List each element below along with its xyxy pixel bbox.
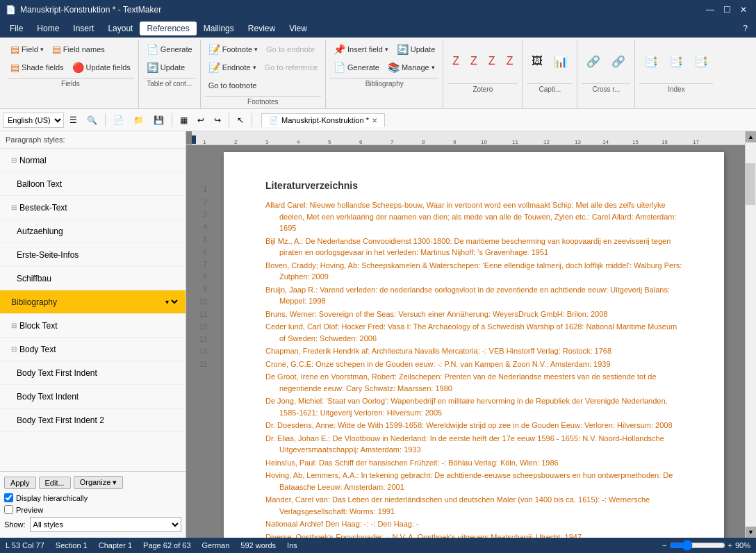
bib-entry-14: Hoving, Ab, Lemmers, A.A.: In tekening g… <box>265 470 682 493</box>
caption-btn-1[interactable]: 🖼 <box>527 42 548 81</box>
bibliography-group-label: Bibliography <box>330 78 438 89</box>
update-bib-button[interactable]: 🔄 Update <box>393 42 438 57</box>
index-btn-2[interactable]: 📑 <box>664 42 688 81</box>
scroll-down-btn[interactable]: ▼ <box>746 527 756 538</box>
menu-file[interactable]: File <box>3 22 30 35</box>
list-icon[interactable]: ☰ <box>65 113 81 128</box>
update-toc-button[interactable]: 🔄 Update <box>143 60 188 75</box>
preview-checkbox[interactable] <box>4 505 13 514</box>
cursor-icon[interactable]: ↖ <box>233 113 248 128</box>
organize-button[interactable]: Organize ▾ <box>74 476 124 489</box>
show-select[interactable]: All styles <box>30 517 181 532</box>
style-aufzaehlung[interactable]: Aufzaehlung <box>0 220 186 243</box>
line-num-12: 12 <box>199 320 207 333</box>
doc-scroll[interactable]: 1 2 3 4 5 6 7 8 9 10 11 12 13 14 15 <box>186 145 745 538</box>
field-button[interactable]: ▤ Field ▾ <box>7 42 47 57</box>
language-select[interactable]: English (US) <box>3 113 64 128</box>
footnote-row-2: 📝 Endnote ▾ Go to reference <box>205 58 321 76</box>
zoom-slider[interactable] <box>670 540 725 551</box>
menu-references[interactable]: References <box>140 22 196 35</box>
manage-icon: 📚 <box>388 62 400 73</box>
save-icon[interactable]: 💾 <box>149 113 168 128</box>
style-balloon-text[interactable]: Balloon Text <box>0 172 186 196</box>
line-num-11: 11 <box>199 308 207 320</box>
zotero-btn-4[interactable]: Z <box>502 42 518 81</box>
crossref-btn-1[interactable]: 🔗 <box>582 42 605 81</box>
index-btn-1[interactable]: 📑 <box>639 42 663 81</box>
field-names-icon: ▤ <box>52 44 61 55</box>
maximize-btn[interactable]: ☐ <box>720 3 734 17</box>
line-num-9: 9 <box>203 283 207 295</box>
bib-entry-2: Bijl Mz., A.: De Nederlandse Convooidien… <box>265 236 682 258</box>
zoom-out-icon[interactable]: − <box>662 541 666 550</box>
menu-view[interactable]: View <box>282 22 314 35</box>
index-btn-3[interactable]: 📑 <box>689 42 713 81</box>
bib-entry-5: Bruns, Werner: Sovereign of the Seas: Ve… <box>265 308 682 320</box>
bib-entry-10: De Jong, Michiel: 'Staat van Oorlog': Wa… <box>265 395 682 418</box>
style-block-text[interactable]: ⊟ Block Text <box>0 314 186 338</box>
close-btn[interactable]: ✕ <box>737 3 750 17</box>
new-doc-icon[interactable]: 📄 <box>109 113 128 128</box>
menu-home[interactable]: Home <box>30 22 66 35</box>
tb-sep-3 <box>229 113 229 127</box>
menu-layout[interactable]: Layout <box>101 22 140 35</box>
scroll-track[interactable] <box>746 142 756 527</box>
bibliography-dropdown[interactable]: ▾ <box>163 297 180 306</box>
zotero-btn-2[interactable]: Z <box>466 42 482 81</box>
endnote-button[interactable]: 📝 Endnote ▾ <box>205 60 260 75</box>
doc-area: 1 2 3 4 5 6 7 8 9 10 11 12 13 14 15 16 1 <box>186 131 745 538</box>
tb-view-icon[interactable]: ▦ <box>176 113 192 128</box>
scroll-up-btn[interactable]: ▲ <box>746 131 756 142</box>
zotero-btn-1[interactable]: Z <box>447 42 464 81</box>
update-fields-button[interactable]: 🔴 Update fields <box>69 60 134 75</box>
shade-fields-button[interactable]: ▤ Shade fields <box>7 60 67 75</box>
search-icon[interactable]: 🔍 <box>83 113 101 128</box>
ribbon-group-toc: 📄 Generate 🔄 Update Table of cont... <box>139 40 201 108</box>
go-to-footnote-button[interactable]: Go to footnote <box>205 78 261 93</box>
generate-toc-button[interactable]: 📄 Generate <box>143 42 196 57</box>
style-body-text[interactable]: ⊟ Body Text <box>0 338 186 361</box>
style-bibliography[interactable]: Bibliography ▾ <box>0 290 186 314</box>
style-body-first-indent[interactable]: Body Text First Indent <box>0 361 186 385</box>
footnote-label: Footnote <box>222 45 252 53</box>
ribbon-row-1: ▤ Field ▾ ▤ Field names <box>7 40 134 58</box>
style-schiffbau[interactable]: Schiffbau <box>0 267 186 290</box>
manage-button[interactable]: 📚 Manage ▾ <box>384 60 438 75</box>
crossref-btn-2[interactable]: 🔗 <box>607 42 630 81</box>
generate-bib-button[interactable]: 📄 Generate <box>330 60 383 75</box>
caption-btn-2[interactable]: 📊 <box>549 42 573 81</box>
go-to-footnote-label: Go to footnote <box>208 81 257 90</box>
undo-btn[interactable]: ↩ <box>193 113 208 128</box>
minimize-btn[interactable]: — <box>703 3 717 17</box>
doc-tab-main[interactable]: 📄 Manuskript-Konstruktion * ✕ <box>261 113 385 127</box>
menu-review[interactable]: Review <box>241 22 282 35</box>
redo-btn[interactable]: ↪ <box>210 113 225 128</box>
menu-insert[interactable]: Insert <box>66 22 101 35</box>
footnote-button[interactable]: 📝 Footnote ▾ <box>205 42 261 57</box>
update-toc-label: Update <box>161 63 185 72</box>
style-besteck-text[interactable]: ⊟ Besteck-Text <box>0 196 186 220</box>
language-info: German <box>202 541 230 550</box>
display-hierarchically-checkbox[interactable] <box>4 493 13 502</box>
ribbon-group-bibliography: 📌 Insert field ▾ 🔄 Update 📄 Generate 📚 M… <box>326 40 443 108</box>
open-icon[interactable]: 📁 <box>129 113 148 128</box>
scrollbar-right[interactable]: ▲ ▼ <box>745 131 756 538</box>
style-normal[interactable]: ⊟ Normal <box>0 149 186 172</box>
apply-button[interactable]: Apply <box>4 477 36 489</box>
help-btn[interactable]: ? <box>737 22 753 35</box>
style-body-indent[interactable]: Body Text Indent <box>0 385 186 408</box>
scroll-thumb[interactable] <box>746 163 755 205</box>
zoom-in-icon[interactable]: + <box>728 541 732 550</box>
style-body-first-indent-2[interactable]: Body Text First Indent 2 <box>0 408 186 432</box>
edit-button[interactable]: Edit... <box>39 477 71 489</box>
normal-label: Normal <box>19 156 47 165</box>
go-to-endnote-button: Go to endnote <box>263 42 318 57</box>
style-erste-seite[interactable]: Erste-Seite-Infos <box>0 243 186 267</box>
menu-mailings[interactable]: Mailings <box>197 22 241 35</box>
tab-close-btn[interactable]: ✕ <box>372 117 377 124</box>
insert-field-button[interactable]: 📌 Insert field ▾ <box>330 42 392 57</box>
bib-entry-12: Dr. Elias, Johan E.: De Vlootbouw in Ned… <box>265 433 682 456</box>
app-icon: 📄 <box>6 5 16 15</box>
field-names-button[interactable]: ▤ Field names <box>49 42 108 57</box>
zotero-btn-3[interactable]: Z <box>484 42 500 81</box>
